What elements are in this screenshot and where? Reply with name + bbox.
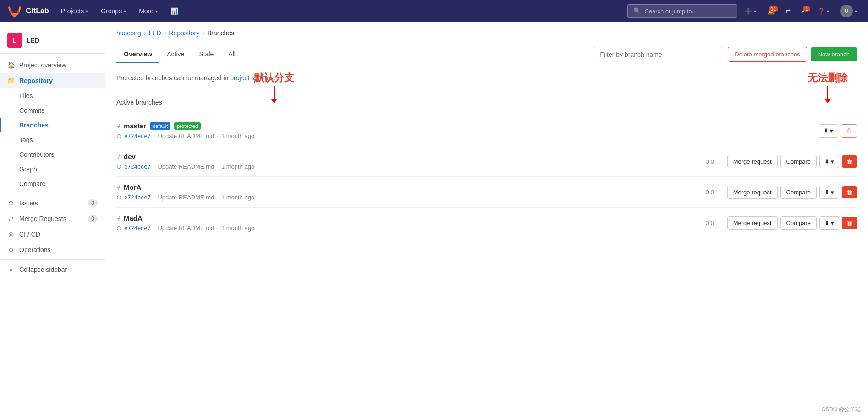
merge-request-button[interactable]: Merge request (727, 155, 778, 168)
nav-notifications[interactable]: 🔔 11 (764, 5, 778, 17)
download-button[interactable]: ⬇ ▾ (819, 186, 839, 199)
commit-separator: · (154, 225, 155, 232)
project-name: LED (27, 37, 39, 44)
tab-all[interactable]: All (221, 46, 243, 63)
sidebar-item-files[interactable]: Files (0, 88, 105, 103)
download-chevron-icon: ▾ (831, 158, 834, 165)
new-branch-button[interactable]: New branch (811, 47, 857, 61)
delete-branch-button[interactable]: 🗑 (842, 186, 857, 198)
sidebar-item-operations[interactable]: ⚙ Operations (0, 242, 105, 258)
sidebar-item-ci-cd[interactable]: ◎ CI / CD (0, 226, 105, 242)
gitlab-logo[interactable]: GitLab (7, 4, 49, 18)
page-layout: L LED 🏠 Project overview 📁 Repository Fi… (0, 22, 868, 419)
branch-row: ⑂ dev ⊙ e724ede7 · Update README.md · 1 … (116, 146, 857, 177)
compare-button[interactable]: Compare (780, 216, 817, 230)
commit-separator: · (154, 132, 155, 139)
nav-todos[interactable]: ✓ 1 (798, 5, 810, 17)
cicd-icon: ◎ (7, 231, 15, 238)
badge-default: default (150, 122, 170, 130)
sidebar-item-merge-requests[interactable]: ⇄ Merge Requests 0 (0, 211, 105, 226)
sidebar-item-tags[interactable]: Tags (0, 132, 105, 147)
tab-stale[interactable]: Stale (192, 46, 221, 63)
nav-help[interactable]: ❓ ▾ (814, 5, 833, 17)
download-chevron-icon: ▾ (831, 189, 834, 196)
commit-separator: · (154, 163, 155, 170)
nav-activity[interactable]: 📊 (166, 5, 183, 17)
breadcrumb-huocong[interactable]: huocong (116, 29, 141, 37)
commit-hash-link[interactable]: e724ede7 (124, 225, 151, 232)
merge-requests-icon: ⇄ (7, 215, 15, 222)
branch-info: ⑂ MorA ⊙ e724ede7 · Update README.md · 1… (116, 183, 692, 201)
sidebar-item-repository[interactable]: 📁 Repository (0, 73, 105, 88)
branch-filter-input[interactable] (594, 47, 722, 62)
top-navigation: GitLab Projects ▾ Groups ▾ More ▾ 📊 🔍 Se… (0, 0, 868, 22)
sidebar-item-project-overview[interactable]: 🏠 Project overview (0, 57, 105, 73)
breadcrumb: huocong › LED › Repository › Branches (116, 29, 857, 37)
gitlab-label: GitLab (26, 7, 49, 15)
user-avatar: U (840, 5, 853, 17)
delete-branch-button[interactable]: 🗑 (842, 217, 857, 229)
sidebar-item-compare[interactable]: Compare (0, 176, 105, 191)
tabs-bar: Overview Active Stale All Delete merged … (116, 46, 857, 63)
groups-chevron-icon: ▾ (124, 9, 126, 14)
commit-dot-icon: ⊙ (116, 163, 121, 170)
sidebar-item-issues[interactable]: ⊙ Issues 0 (0, 195, 105, 211)
commit-message: Update README.md (158, 194, 214, 201)
branch-actions: Merge request Compare ⬇ ▾ 🗑 (727, 155, 857, 168)
tab-active[interactable]: Active (159, 46, 192, 63)
nav-plus-button[interactable]: ➕ ▾ (741, 5, 760, 17)
branch-info: ⑂ master defaultprotected ⊙ e724ede7 · U… (116, 122, 784, 139)
sidebar-item-branches[interactable]: Branches (0, 118, 105, 132)
ahead-count: 0 (705, 220, 709, 226)
sidebar-item-graph[interactable]: Graph (0, 162, 105, 176)
sidebar-collapse-label: Collapse sidebar (19, 266, 67, 273)
plus-icon: ➕ (745, 8, 752, 15)
download-button[interactable]: ⬇ ▾ (819, 216, 839, 230)
delete-merged-button[interactable]: Delete merged branches (728, 47, 807, 62)
commit-hash-link[interactable]: e724ede7 (124, 133, 151, 139)
compare-button[interactable]: Compare (780, 186, 817, 199)
commit-time: 1 month ago (221, 225, 254, 232)
nav-groups[interactable]: Groups ▾ (96, 5, 131, 17)
repository-icon: 📁 (7, 77, 15, 84)
tab-overview[interactable]: Overview (116, 46, 159, 63)
merge-request-button[interactable]: Merge request (727, 216, 778, 230)
merge-request-button[interactable]: Merge request (727, 186, 778, 199)
nav-merge-requests[interactable]: ⇄ (782, 5, 794, 17)
help-chevron-icon: ▾ (827, 9, 829, 14)
download-button[interactable]: ⬇ ▾ (819, 155, 839, 168)
sidebar-issues-label: Issues (19, 199, 38, 207)
nav-more[interactable]: More ▾ (134, 5, 162, 17)
sidebar-item-commits[interactable]: Commits (0, 103, 105, 118)
commit-info: ⊙ e724ede7 · Update README.md · 1 month … (116, 163, 692, 170)
nav-user-avatar[interactable]: U ▾ (836, 2, 861, 20)
download-button[interactable]: ⬇ ▾ (819, 124, 838, 138)
stat-separator: 0 (711, 220, 714, 226)
sidebar-divider (0, 193, 105, 193)
commit-hash-link[interactable]: e724ede7 (124, 194, 151, 201)
ahead-count: 0 (705, 189, 709, 196)
branch-actions: Merge request Compare ⬇ ▾ 🗑 (727, 186, 857, 199)
global-search[interactable]: 🔍 Search or jump to... (627, 4, 737, 18)
branch-stats: 0 0 (696, 220, 724, 226)
breadcrumb-led[interactable]: LED (148, 29, 161, 37)
sidebar: L LED 🏠 Project overview 📁 Repository Fi… (0, 22, 105, 419)
commit-dot-icon: ⊙ (116, 132, 121, 139)
delete-branch-button[interactable]: 🗑 (842, 155, 857, 168)
sidebar-merge-requests-label: Merge Requests (19, 215, 66, 222)
main-content: huocong › LED › Repository › Branches Ov… (105, 22, 868, 419)
sidebar-repo-subitems: Files Commits Branches Tags Contributors… (0, 88, 105, 191)
sidebar-item-contributors[interactable]: Contributors (0, 147, 105, 162)
sidebar-collapse-button[interactable]: « Collapse sidebar (0, 262, 105, 277)
branch-name: dev (124, 153, 136, 160)
compare-button[interactable]: Compare (780, 155, 817, 168)
breadcrumb-repository[interactable]: Repository (169, 29, 199, 37)
search-placeholder: Search or jump to... (645, 8, 697, 15)
branch-info: ⑂ MadA ⊙ e724ede7 · Update README.md · 1… (116, 214, 692, 232)
commit-hash-link[interactable]: e724ede7 (124, 164, 151, 170)
branch-icon: ⑂ (116, 184, 120, 191)
sidebar-project: L LED (0, 28, 105, 54)
issues-icon: ⊙ (7, 199, 15, 207)
nav-projects[interactable]: Projects ▾ (56, 5, 93, 17)
branch-row: ⑂ MadA ⊙ e724ede7 · Update README.md · 1… (116, 208, 857, 238)
